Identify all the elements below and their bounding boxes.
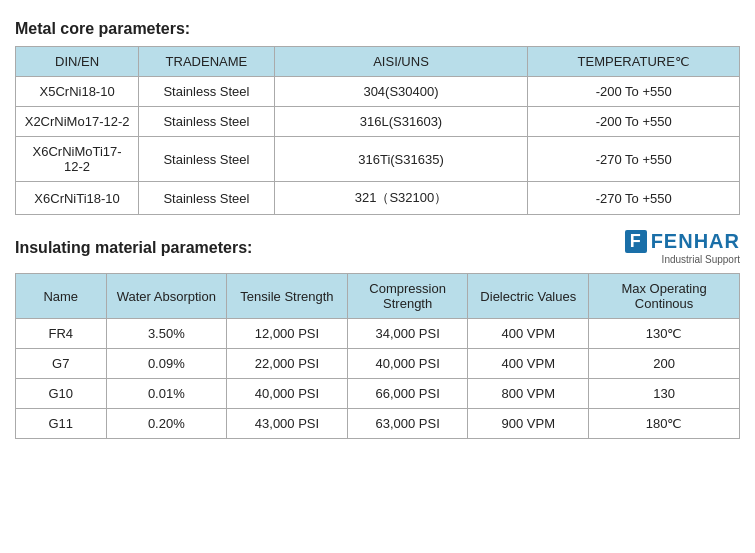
ins-row: FR43.50%12,000 PSI34,000 PSI400 VPM130℃ [16, 319, 740, 349]
ins-cell-2-1: 0.01% [106, 379, 227, 409]
metal-cell-3-1: Stainless Steel [139, 182, 274, 215]
metal-cell-0-0: X5CrNi18-10 [16, 77, 139, 107]
insulating-table: Name Water Absorption Tensile Strength C… [15, 273, 740, 439]
metal-row: X6CrNiTi18-10Stainless Steel321（S32100）-… [16, 182, 740, 215]
metal-cell-0-2: 304(S30400) [274, 77, 528, 107]
logo-sub: Industrial Support [662, 254, 740, 265]
ins-header-max: Max Operating Continous [589, 274, 740, 319]
ins-cell-1-5: 200 [589, 349, 740, 379]
metal-cell-1-0: X2CrNiMo17-12-2 [16, 107, 139, 137]
logo-brand-text: FENHAR [651, 230, 740, 253]
metal-title: Metal core parameters: [15, 20, 740, 38]
ins-cell-1-0: G7 [16, 349, 107, 379]
metal-row: X2CrNiMo17-12-2Stainless Steel316L(S3160… [16, 107, 740, 137]
insulating-title: Insulating material parameters: [15, 239, 252, 257]
ins-cell-2-4: 800 VPM [468, 379, 589, 409]
ins-cell-3-0: G11 [16, 409, 107, 439]
ins-cell-2-2: 40,000 PSI [227, 379, 348, 409]
metal-header-aisi: AISI/UNS [274, 47, 528, 77]
metal-cell-2-2: 316Ti(S31635) [274, 137, 528, 182]
ins-cell-1-4: 400 VPM [468, 349, 589, 379]
ins-cell-3-2: 43,000 PSI [227, 409, 348, 439]
ins-row: G70.09%22,000 PSI40,000 PSI400 VPM200 [16, 349, 740, 379]
metal-cell-1-1: Stainless Steel [139, 107, 274, 137]
metal-header-temp: TEMPERATURE℃ [528, 47, 740, 77]
logo-f-letter: F [625, 230, 647, 253]
metal-header-tradename: TRADENAME [139, 47, 274, 77]
ins-cell-0-3: 34,000 PSI [347, 319, 468, 349]
ins-cell-0-0: FR4 [16, 319, 107, 349]
metal-cell-3-3: -270 To +550 [528, 182, 740, 215]
metal-cell-3-0: X6CrNiTi18-10 [16, 182, 139, 215]
ins-cell-3-4: 900 VPM [468, 409, 589, 439]
ins-cell-0-4: 400 VPM [468, 319, 589, 349]
ins-cell-2-3: 66,000 PSI [347, 379, 468, 409]
metal-header-din: DIN/EN [16, 47, 139, 77]
ins-row: G100.01%40,000 PSI66,000 PSI800 VPM130 [16, 379, 740, 409]
ins-cell-0-1: 3.50% [106, 319, 227, 349]
ins-header-water: Water Absorption [106, 274, 227, 319]
ins-cell-1-1: 0.09% [106, 349, 227, 379]
logo-box: F FENHAR Industrial Support [625, 230, 740, 265]
ins-cell-2-5: 130 [589, 379, 740, 409]
ins-row: G110.20%43,000 PSI63,000 PSI900 VPM180℃ [16, 409, 740, 439]
ins-cell-1-2: 22,000 PSI [227, 349, 348, 379]
ins-cell-0-2: 12,000 PSI [227, 319, 348, 349]
logo-brand: F FENHAR [625, 230, 740, 253]
ins-header-compress: Compression Strength [347, 274, 468, 319]
metal-cell-2-1: Stainless Steel [139, 137, 274, 182]
metal-table: DIN/EN TRADENAME AISI/UNS TEMPERATURE℃ X… [15, 46, 740, 215]
metal-cell-2-3: -270 To +550 [528, 137, 740, 182]
metal-cell-1-3: -200 To +550 [528, 107, 740, 137]
ins-cell-1-3: 40,000 PSI [347, 349, 468, 379]
ins-cell-0-5: 130℃ [589, 319, 740, 349]
ins-cell-3-5: 180℃ [589, 409, 740, 439]
ins-cell-3-3: 63,000 PSI [347, 409, 468, 439]
metal-cell-1-2: 316L(S31603) [274, 107, 528, 137]
metal-cell-0-1: Stainless Steel [139, 77, 274, 107]
ins-header-tensile: Tensile Strength [227, 274, 348, 319]
insulating-section-header: Insulating material parameters: F FENHAR… [15, 229, 740, 265]
metal-cell-0-3: -200 To +550 [528, 77, 740, 107]
ins-header-dielectric: Dielectric Values [468, 274, 589, 319]
ins-header-name: Name [16, 274, 107, 319]
metal-cell-2-0: X6CrNiMoTi17-12-2 [16, 137, 139, 182]
ins-cell-2-0: G10 [16, 379, 107, 409]
metal-row: X6CrNiMoTi17-12-2Stainless Steel316Ti(S3… [16, 137, 740, 182]
metal-row: X5CrNi18-10Stainless Steel304(S30400)-20… [16, 77, 740, 107]
ins-cell-3-1: 0.20% [106, 409, 227, 439]
metal-cell-3-2: 321（S32100） [274, 182, 528, 215]
